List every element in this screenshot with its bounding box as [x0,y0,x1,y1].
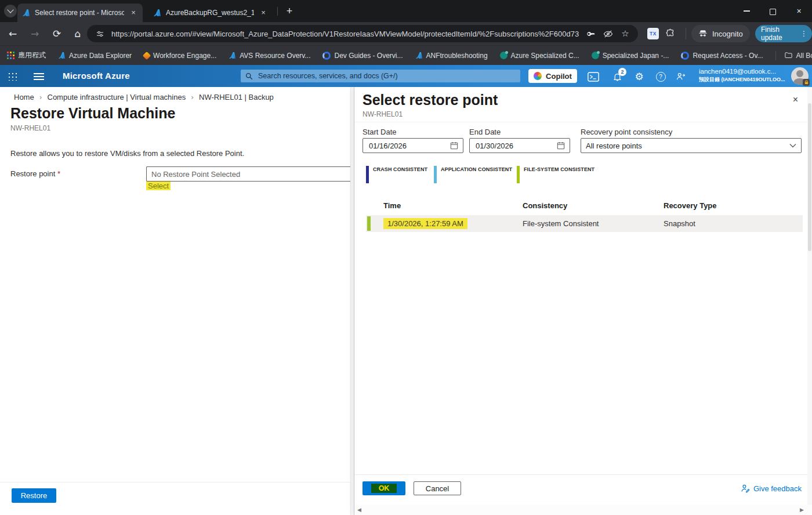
breadcrumb-separator-icon: › [191,93,194,101]
back-button[interactable]: ← [2,22,23,45]
restore-point-input[interactable] [146,166,353,182]
home-button[interactable]: ⌂ [67,22,88,45]
browser-toolbar: ← → ⟳ ⌂ https://portal.azure.com/#view/M… [0,22,812,45]
minimize-icon [744,10,750,12]
page-description: Restore allows you to restore VM/disks f… [10,149,244,158]
azure-favicon [22,9,30,17]
restore-point-label: Restore point * [10,169,60,178]
breadcrumb-backup[interactable]: NW-RHEL01 | Backup [199,93,274,101]
consistency-dropdown[interactable]: All restore points [581,138,802,153]
incognito-label: Incognito [712,30,743,38]
bookmark-star-icon[interactable]: ☆ [619,28,631,39]
calendar-icon[interactable] [557,142,565,150]
new-tab-button[interactable]: + [282,4,296,18]
hamburger-menu-icon[interactable] [34,73,44,74]
legend-label: APPLICATION CONSISTENT [441,166,512,183]
calendar-icon[interactable] [450,142,458,150]
bookmarks-divider [775,51,776,60]
tab-close-icon[interactable]: × [259,8,268,17]
toolbar-divider [686,28,686,39]
tx-extension-icon[interactable]: TX [647,28,659,39]
cancel-button[interactable]: Cancel [414,481,461,495]
ok-button[interactable]: OK [362,481,405,495]
scrollbar-thumb[interactable] [808,103,811,251]
bookmark-specialized-japan[interactable]: Specialized Japan -... [592,52,669,60]
forward-button[interactable]: → [24,22,45,45]
reload-button[interactable]: ⟳ [46,22,67,45]
bookmark-request-access[interactable]: Request Access - Ov... [681,52,763,60]
url-text[interactable]: https://portal.azure.com/#view/Microsoft… [111,30,579,38]
give-feedback-link[interactable]: Give feedback [741,484,802,493]
site-settings-icon[interactable] [94,30,106,38]
panel-header-divider [355,122,812,122]
start-date-input[interactable] [368,141,447,151]
legend-label: CRASH CONSISTENT [373,166,427,183]
end-date-label: End Date [469,128,501,136]
bookmark-anf-troubleshooting[interactable]: ANFtroubleshooting [415,52,488,60]
bookmark-azure-specialized[interactable]: Azure Specialized C... [500,52,579,60]
blue-ring-icon [681,52,689,60]
close-window-button[interactable]: × [786,0,812,22]
legend-label: FILE-SYSTEM CONSISTENT [524,166,594,183]
cloud-shell-button[interactable] [587,70,600,83]
breadcrumb-virtual-machines[interactable]: Compute infrastructure | Virtual machine… [48,93,186,101]
finish-update-button[interactable]: Finish update ⋮ [755,25,812,42]
close-icon: × [796,6,801,16]
page-scrollbar[interactable] [350,87,354,515]
row-recovery-type-cell: Snapshot [664,219,695,228]
azure-icon [415,52,423,59]
end-date-input[interactable] [474,141,553,151]
waffle-menu-icon[interactable] [8,72,17,81]
browser-tab[interactable]: AzureBackupRG_westus2_1 - Mi × [148,3,273,22]
passwords-key-icon[interactable] [585,29,596,39]
column-header-consistency[interactable]: Consistency [523,201,567,210]
bookmark-dev-guides[interactable]: Dev Guides - Overvi... [322,52,403,60]
scroll-left-icon[interactable]: ◀ [357,507,361,513]
settings-gear-icon[interactable]: ⚙ [633,70,646,83]
account-info[interactable]: ianchen0419@outlook.c... 預設目錄 (IANCHEN04… [699,68,791,84]
tab-search-button[interactable] [4,5,17,17]
browser-menu-kebab-icon[interactable]: ⋮ [800,30,807,38]
column-header-time[interactable]: Time [383,201,401,210]
bookmark-apps[interactable]: 應用程式 [7,50,46,60]
bookmark-avs-resource[interactable]: AVS Resource Overv... [229,52,310,60]
bookmark-azure-data-explorer[interactable]: Azure Data Explorer [58,52,132,60]
azure-header: Microsoft Azure Copilot 2 [0,65,812,87]
breadcrumb: Home › Compute infrastructure | Virtual … [14,93,274,101]
tab-close-icon[interactable]: × [129,8,138,17]
breadcrumb-home[interactable]: Home [14,93,34,101]
bookmark-label: All Bookmarks [796,52,812,60]
select-restore-point-panel: Select restore point × NW-RHEL01 Start D… [355,87,812,515]
help-button[interactable]: ? [654,70,667,83]
eye-off-icon[interactable] [602,29,614,39]
select-restore-point-link[interactable]: Select [146,182,171,190]
column-header-recovery-type[interactable]: Recovery Type [664,201,717,210]
global-search[interactable] [241,70,520,82]
panel-close-icon[interactable]: × [793,95,798,105]
feedback-person-icon[interactable] [675,70,687,83]
bookmark-label: ANFtroubleshooting [426,52,488,60]
apps-grid-icon [7,52,14,59]
horizontal-scrollbar[interactable]: ◀ ▶ [355,505,812,515]
title-more-icon[interactable]: ⋯ [165,109,175,119]
search-input[interactable] [257,71,516,81]
extensions-puzzle-icon[interactable] [665,28,675,41]
copilot-button[interactable]: Copilot [528,69,577,83]
lock-icon [803,79,810,86]
panel-footer-divider [355,474,812,475]
browser-tab-active[interactable]: Select restore point - Microsoft × [17,3,143,22]
azure-brand[interactable]: Microsoft Azure [63,71,130,81]
maximize-button[interactable] [760,0,786,22]
address-bar[interactable]: https://portal.azure.com/#view/Microsoft… [87,25,638,42]
minimize-button[interactable] [734,0,760,22]
bookmark-workforce-engage[interactable]: Workforce Engage... [144,52,216,60]
restore-point-row[interactable]: 1/30/2026, 1:27:59 AM File-system Consis… [366,215,803,232]
restore-button[interactable]: Restore [12,488,56,503]
all-bookmarks-button[interactable]: All Bookmarks [784,51,812,60]
vertical-scrollbar[interactable] [807,87,812,505]
restore-window-icon [770,9,776,15]
scroll-right-icon[interactable]: ▶ [800,507,804,513]
row-time-cell: 1/30/2026, 1:27:59 AM [383,219,467,228]
browser-window: Select restore point - Microsoft × Azure… [0,0,812,515]
teal-circle-icon [500,52,507,59]
